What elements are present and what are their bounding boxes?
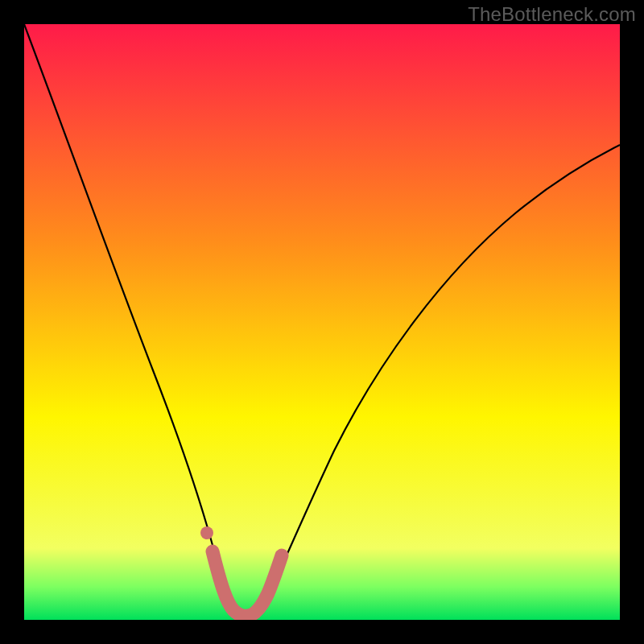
- bottleneck-curve: [24, 24, 620, 617]
- watermark-text: TheBottleneck.com: [468, 3, 636, 26]
- marker-dot: [200, 526, 213, 539]
- marker-basin: [213, 551, 282, 616]
- chart-frame: [24, 24, 620, 620]
- chart-plot: [24, 24, 620, 620]
